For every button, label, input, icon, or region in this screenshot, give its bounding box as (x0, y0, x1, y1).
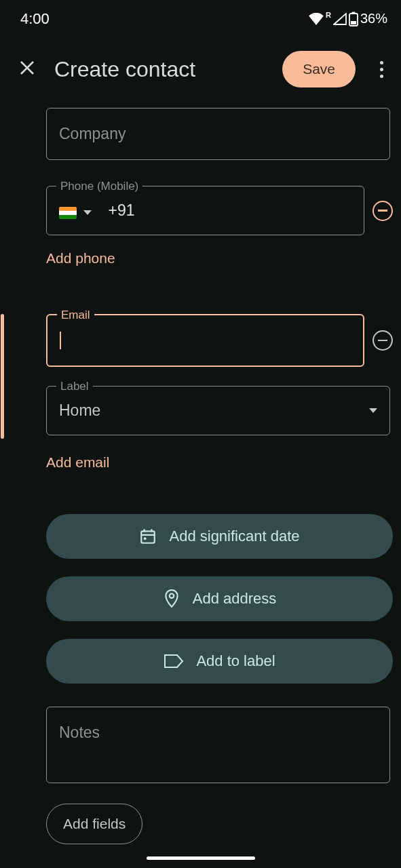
company-placeholder: Company (59, 125, 377, 143)
country-code-dropdown[interactable] (59, 207, 92, 219)
add-address-button[interactable]: Add address (46, 576, 393, 621)
svg-rect-1 (351, 12, 355, 14)
add-fields-button[interactable]: Add fields (46, 804, 142, 844)
add-label-label: Add to label (196, 652, 275, 670)
wifi-icon (309, 13, 324, 25)
add-phone-link[interactable]: Add phone (46, 250, 115, 267)
status-time: 4:00 (20, 10, 50, 28)
email-label: Email (57, 309, 94, 322)
phone-prefix: +91 (108, 201, 134, 219)
menu-dot-icon (380, 61, 383, 64)
email-label-dropdown[interactable]: Label Home (46, 386, 390, 435)
svg-rect-3 (142, 531, 155, 542)
add-to-label-button[interactable]: Add to label (46, 639, 393, 684)
page-title: Create contact (54, 57, 263, 82)
calendar-icon (139, 528, 157, 545)
add-date-label: Add significant date (169, 528, 299, 545)
svg-point-4 (144, 537, 147, 540)
phone-field[interactable]: Phone (Mobile) +91 (46, 186, 364, 235)
close-button[interactable] (19, 60, 35, 79)
navigation-handle[interactable] (147, 856, 255, 860)
signal-icon (333, 13, 347, 25)
status-bar: 4:00 R 36% (0, 0, 401, 34)
add-email-link[interactable]: Add email (46, 454, 109, 471)
form-content: Company Phone (Mobile) +91 (0, 108, 401, 844)
app-header: Create contact Save (0, 34, 401, 108)
svg-point-5 (170, 593, 174, 597)
menu-dot-icon (380, 75, 383, 78)
notes-placeholder: Notes (59, 724, 377, 742)
add-significant-date-button[interactable]: Add significant date (46, 514, 393, 559)
chevron-down-icon (369, 408, 377, 413)
close-icon (19, 60, 35, 76)
text-cursor (60, 332, 61, 349)
save-button[interactable]: Save (282, 51, 356, 87)
minus-icon (378, 210, 387, 212)
minus-icon (378, 340, 387, 342)
label-value: Home (59, 401, 100, 420)
battery-icon (349, 12, 358, 26)
label-field-label: Label (56, 380, 93, 393)
overflow-menu-button[interactable] (375, 56, 389, 83)
status-icons: R 36% (309, 11, 387, 26)
battery-percent: 36% (360, 11, 387, 26)
location-pin-icon (163, 589, 180, 608)
roaming-indicator: R (326, 11, 331, 19)
notes-field[interactable]: Notes (46, 707, 390, 783)
menu-dot-icon (380, 68, 383, 71)
company-field[interactable]: Company (46, 108, 390, 160)
email-field[interactable]: Email (46, 314, 364, 367)
remove-phone-button[interactable] (373, 201, 393, 221)
svg-rect-2 (351, 21, 356, 24)
india-flag-icon (59, 207, 77, 219)
remove-email-button[interactable] (373, 330, 393, 351)
chevron-down-icon (83, 210, 92, 215)
add-address-label: Add address (193, 590, 277, 608)
active-section-indicator (1, 314, 4, 439)
phone-label: Phone (Mobile) (56, 180, 142, 193)
label-tag-icon (164, 653, 184, 669)
